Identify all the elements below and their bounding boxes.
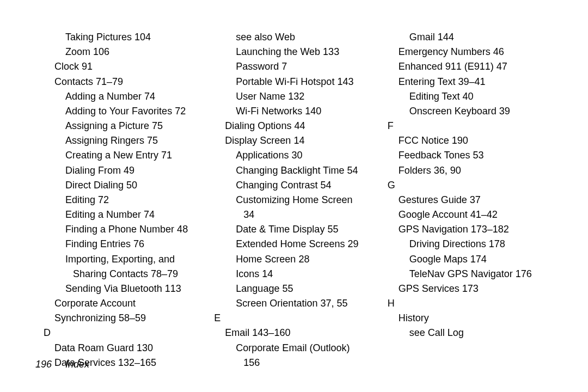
index-entry: Finding a Phone Number 48	[65, 222, 209, 237]
index-entry: Home Screen 28	[236, 252, 379, 267]
index-entry: Display Screen 14	[225, 133, 379, 148]
index-entry: Feedback Tones 53	[399, 148, 553, 163]
index-entry: TeleNav GPS Navigator 176	[409, 267, 553, 281]
index-entry: Creating a New Entry 71	[65, 148, 209, 163]
index-entry: Assigning Ringers 75	[65, 133, 209, 148]
column-3: Gmail 144Emergency Numbers 46Enhanced 91…	[388, 30, 553, 346]
index-entry: D	[44, 326, 209, 340]
index-entry: Google Account 41–42	[399, 207, 553, 222]
index-entry: Language 55	[236, 281, 379, 296]
index-entry: Launching the Web 133	[236, 45, 379, 59]
index-entry: Adding to Your Favorites 72	[65, 104, 209, 119]
index-entry: Dialing From 49	[65, 163, 209, 178]
index-entry: Screen Orientation 37, 55	[236, 296, 379, 311]
index-entry: Editing a Number 74	[65, 207, 209, 222]
index-entry: Wi-Fi Networks 140	[236, 104, 379, 119]
index-entry: G	[388, 178, 553, 193]
index-entry: History	[399, 311, 553, 326]
index-entry: Icons 14	[236, 267, 379, 281]
index-columns: Taking Pictures 104Zoom 106Clock 91Conta…	[35, 30, 553, 346]
index-entry: Email 143–160	[225, 326, 379, 340]
index-entry: Password 7	[236, 59, 379, 74]
index-entry: Date & Time Display 55	[236, 222, 379, 237]
index-entry: Dialing Options 44	[225, 119, 379, 133]
index-entry: FCC Notice 190	[399, 133, 553, 148]
index-entry: Changing Contrast 54	[236, 178, 379, 193]
index-entry: Importing, Exporting, and	[65, 252, 209, 267]
index-entry: GPS Services 173	[399, 281, 553, 296]
index-entry: Applications 30	[236, 148, 379, 163]
index-entry: 156	[243, 356, 379, 370]
index-entry: 34	[243, 207, 379, 222]
index-entry: Emergency Numbers 46	[399, 45, 553, 59]
index-entry: Synchronizing 58–59	[54, 311, 209, 326]
index-entry: Sharing Contacts 78–79	[73, 267, 209, 281]
index-entry: Gmail 144	[409, 30, 553, 45]
index-entry: Portable Wi-Fi Hotspot 143	[236, 75, 379, 89]
column-2: see also WebLaunching the Web 133Passwor…	[214, 30, 379, 346]
index-entry: Entering Text 39–41	[399, 75, 553, 89]
page-footer: 196 Index	[35, 359, 89, 370]
index-entry: E	[214, 311, 379, 326]
index-entry: Data Roam Guard 130	[54, 341, 209, 356]
index-entry: see Call Log	[409, 326, 553, 340]
index-entry: Changing Backlight Time 54	[236, 163, 379, 178]
index-entry: Folders 36, 90	[399, 163, 553, 178]
index-entry: GPS Navigation 173–182	[399, 222, 553, 237]
index-entry: see also Web	[236, 30, 379, 45]
index-entry: Corporate Account	[54, 296, 209, 311]
index-entry: Onscreen Keyboard 39	[409, 104, 553, 119]
index-entry: Clock 91	[54, 59, 209, 74]
index-entry: Finding Entries 76	[65, 237, 209, 252]
index-entry: Google Maps 174	[409, 252, 553, 267]
page-title: Index	[65, 359, 89, 370]
index-entry: User Name 132	[236, 89, 379, 104]
index-entry: H	[388, 296, 553, 311]
index-entry: Assigning a Picture 75	[65, 119, 209, 133]
index-entry: Enhanced 911 (E911) 47	[399, 59, 553, 74]
index-entry: Customizing Home Screen	[236, 193, 379, 207]
index-entry: Gestures Guide 37	[399, 193, 553, 207]
index-entry: Editing 72	[65, 193, 209, 207]
index-entry: Driving Directions 178	[409, 237, 553, 252]
index-entry: Corporate Email (Outlook)	[236, 341, 379, 356]
index-entry: Taking Pictures 104	[65, 30, 209, 45]
index-entry: Editing Text 40	[409, 89, 553, 104]
page-number: 196	[35, 359, 52, 370]
index-entry: Sending Via Bluetooth 113	[65, 281, 209, 296]
column-1: Taking Pictures 104Zoom 106Clock 91Conta…	[44, 30, 209, 346]
index-entry: F	[388, 119, 553, 133]
index-entry: Adding a Number 74	[65, 89, 209, 104]
index-entry: Zoom 106	[65, 45, 209, 59]
index-entry: Extended Home Screens 29	[236, 237, 379, 252]
index-entry: Direct Dialing 50	[65, 178, 209, 193]
index-entry: Contacts 71–79	[54, 75, 209, 89]
